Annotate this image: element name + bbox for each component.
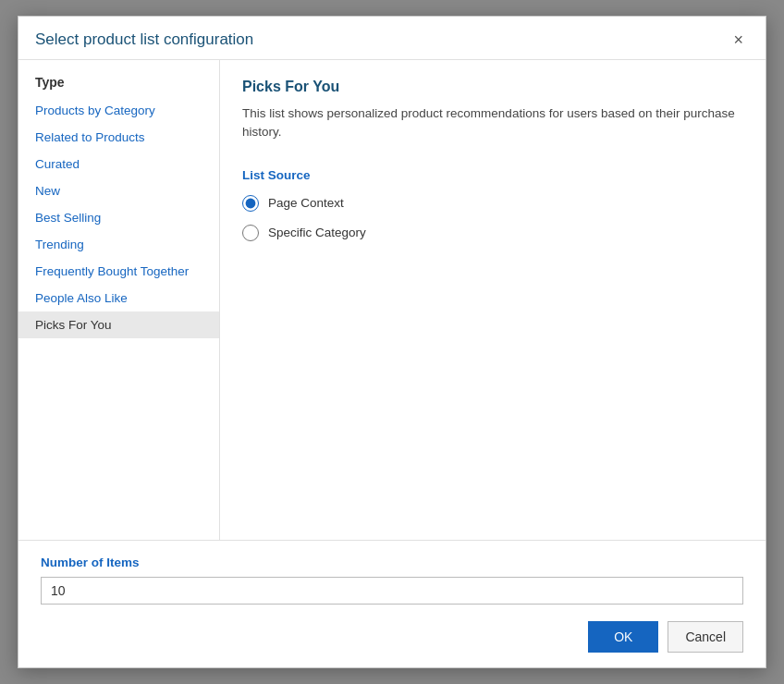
radio-group: Page Context Specific Category xyxy=(242,195,743,241)
main-content: Picks For You This list shows personaliz… xyxy=(220,60,766,540)
footer-buttons: OK Cancel xyxy=(41,621,743,653)
sidebar-item-trending[interactable]: Trending xyxy=(18,231,219,258)
radio-label-page-context: Page Context xyxy=(268,196,344,210)
close-button[interactable]: × xyxy=(728,30,749,50)
number-of-items-input[interactable] xyxy=(41,577,743,605)
ok-button[interactable]: OK xyxy=(588,621,658,653)
radio-input-page-context[interactable] xyxy=(242,195,259,212)
sidebar-header: Type xyxy=(18,69,219,97)
sidebar-item-curated[interactable]: Curated xyxy=(18,151,219,177)
dialog-header: Select product list configuration × xyxy=(18,17,766,60)
sidebar-item-products-by-category[interactable]: Products by Category xyxy=(18,97,219,124)
radio-page-context[interactable]: Page Context xyxy=(242,195,743,212)
sidebar-item-picks-for-you[interactable]: Picks For You xyxy=(18,311,219,338)
sidebar-item-related-to-products[interactable]: Related to Products xyxy=(18,124,219,151)
radio-label-specific-category: Specific Category xyxy=(268,226,366,239)
dialog-footer: Number of Items OK Cancel xyxy=(18,540,766,667)
radio-specific-category[interactable]: Specific Category xyxy=(242,225,743,241)
cancel-button[interactable]: Cancel xyxy=(668,621,743,653)
radio-input-specific-category[interactable] xyxy=(242,225,259,241)
sidebar-item-frequently-bought-together[interactable]: Frequently Bought Together xyxy=(18,258,219,285)
number-of-items-label: Number of Items xyxy=(41,556,743,569)
dialog-body: Type Products by Category Related to Pro… xyxy=(18,60,766,540)
dialog: Select product list configuration × Type… xyxy=(18,16,766,668)
sidebar-item-new[interactable]: New xyxy=(18,177,219,204)
sidebar-item-best-selling[interactable]: Best Selling xyxy=(18,204,219,231)
content-description: This list shows personalized product rec… xyxy=(242,104,743,142)
list-source-label: List Source xyxy=(242,168,743,182)
sidebar-item-people-also-like[interactable]: People Also Like xyxy=(18,285,219,311)
dialog-title: Select product list configuration xyxy=(35,31,253,49)
sidebar: Type Products by Category Related to Pro… xyxy=(18,60,220,540)
content-title: Picks For You xyxy=(242,79,743,95)
